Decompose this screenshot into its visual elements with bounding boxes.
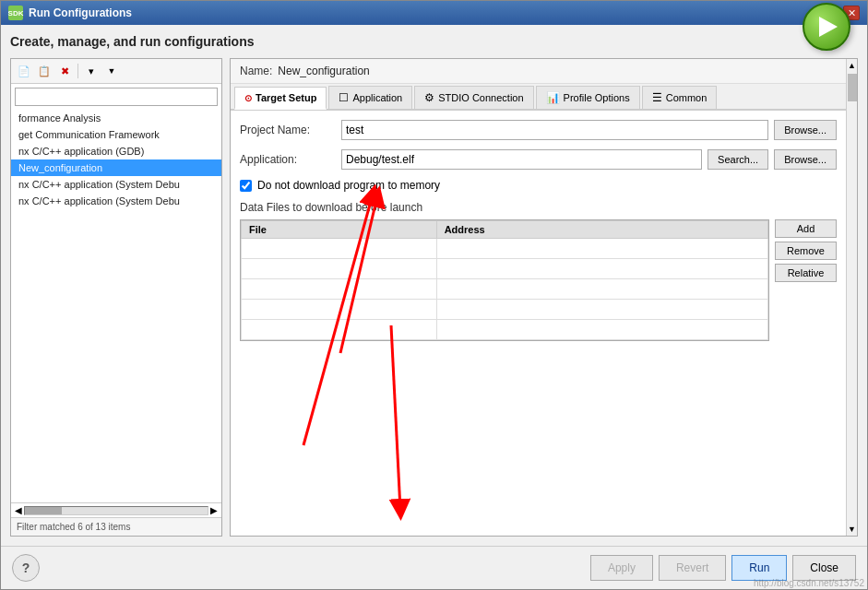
project-name-input[interactable] — [341, 120, 768, 140]
tab-common-label: Common — [666, 92, 707, 103]
run-triangle-icon — [819, 17, 838, 37]
tab-target-setup-label: Target Setup — [256, 92, 316, 103]
application-row: Application: Search... Browse... — [240, 149, 837, 170]
duplicate-btn[interactable]: 📋 — [35, 62, 54, 80]
scroll-right-btn[interactable]: ▶ — [210, 505, 218, 515]
file-col-header: File — [242, 221, 437, 239]
watermark: http://blog.csdn.net/s13752 — [750, 576, 868, 590]
download-checkbox-label: Do not download program to memory — [257, 179, 440, 192]
right-panel-inner: Name: New_configuration ⊙ Target Setup ☐ — [230, 58, 858, 537]
name-value: New_configuration — [278, 65, 369, 77]
common-icon: ☰ — [652, 91, 662, 104]
revert-btn[interactable]: Revert — [659, 555, 726, 581]
list-item-selected[interactable]: New_configuration — [11, 159, 221, 176]
download-checkbox[interactable] — [240, 180, 252, 192]
left-panel: 📄 📋 ✖ ▾ ▼ formance Analysis get Communic… — [10, 58, 222, 537]
sdk-icon: SDK — [8, 6, 23, 20]
run-button-area — [803, 3, 850, 51]
run-circle-btn[interactable] — [803, 3, 850, 51]
table-row — [242, 320, 768, 340]
tabs-row: ⊙ Target Setup ☐ Application ⚙ STDIO Con… — [231, 84, 846, 111]
address-col-header: Address — [436, 221, 767, 239]
scroll-down-btn[interactable]: ▼ — [846, 523, 858, 536]
config-list: formance Analysis get Communication Fram… — [11, 110, 221, 502]
list-item[interactable]: nx C/C++ application (GDB) — [11, 143, 221, 159]
new-config-btn[interactable]: 📄 — [15, 62, 33, 80]
target-setup-icon: ⊙ — [244, 93, 252, 103]
list-item[interactable]: nx C/C++ application (System Debu — [11, 193, 221, 209]
search-box — [15, 88, 218, 106]
table-row — [242, 279, 768, 300]
toolbar-sep — [77, 64, 78, 78]
bottom-bar: ? Apply Revert Run Close http://blog.csd… — [1, 546, 867, 589]
delete-btn[interactable]: ✖ — [55, 62, 74, 80]
scrollbar-track[interactable] — [24, 506, 208, 515]
scrollbar-thumb — [25, 507, 62, 514]
left-toolbar: 📄 📋 ✖ ▾ ▼ — [11, 59, 221, 84]
right-panel-wrapper: Name: New_configuration ⊙ Target Setup ☐ — [230, 58, 858, 537]
h-scrollbar[interactable]: ◀ ▶ — [11, 502, 221, 517]
application-label: Application: — [240, 153, 341, 166]
data-files-title: Data Files to download before launch — [240, 201, 837, 214]
profile-icon: 📊 — [546, 91, 560, 104]
application-input[interactable] — [341, 149, 702, 170]
window-title: Run Configurations — [29, 6, 843, 19]
search-btn[interactable]: Search... — [707, 149, 768, 170]
application-browse-btn[interactable]: Browse... — [774, 149, 837, 170]
add-btn[interactable]: Add — [775, 219, 837, 238]
remove-btn[interactable]: Remove — [775, 242, 837, 260]
scroll-left-btn[interactable]: ◀ — [15, 505, 22, 515]
relative-btn[interactable]: Relative — [775, 264, 837, 282]
filter-btn[interactable]: ▼ — [102, 62, 121, 80]
run-configurations-window: SDK Run Configurations ✕ Create, manage,… — [0, 0, 868, 590]
page-title: Create, manage, and run configurations — [10, 34, 858, 49]
project-name-row: Project Name: Browse... — [240, 120, 837, 140]
list-item[interactable]: get Communication Framework — [11, 126, 221, 143]
help-btn[interactable]: ? — [12, 554, 40, 582]
tab-common[interactable]: ☰ Common — [642, 86, 718, 109]
tab-stdio-label: STDIO Connection — [438, 92, 523, 103]
data-files-table: File Address — [241, 220, 768, 340]
tab-profile-options[interactable]: 📊 Profile Options — [536, 86, 640, 109]
name-label: Name: — [240, 65, 272, 77]
project-browse-btn[interactable]: Browse... — [774, 120, 837, 140]
download-checkbox-row: Do not download program to memory — [240, 179, 837, 192]
list-item[interactable]: formance Analysis — [11, 110, 221, 126]
v-scrollbar-thumb — [848, 74, 857, 101]
right-scrollbar[interactable]: ▲ ▼ — [846, 59, 857, 536]
application-icon: ☐ — [339, 91, 349, 104]
title-bar: SDK Run Configurations ✕ — [1, 1, 867, 25]
table-row — [242, 239, 768, 259]
tab-application-label: Application — [352, 92, 402, 103]
data-files-table-container: File Address — [240, 219, 769, 341]
data-files-section: File Address — [240, 219, 837, 341]
tab-stdio-connection[interactable]: ⚙ STDIO Connection — [414, 86, 533, 109]
search-input[interactable] — [15, 88, 218, 106]
window-body: Create, manage, and run configurations 📄… — [1, 25, 867, 546]
list-item[interactable]: nx C/C++ application (System Debu — [11, 176, 221, 193]
help-icon: ? — [22, 560, 30, 575]
apply-btn[interactable]: Apply — [590, 555, 653, 581]
project-name-label: Project Name: — [240, 124, 341, 136]
right-main: Name: New_configuration ⊙ Target Setup ☐ — [231, 59, 846, 536]
filter-status: Filter matched 6 of 13 items — [11, 517, 221, 536]
stdio-icon: ⚙ — [424, 91, 434, 104]
main-content: 📄 📋 ✖ ▾ ▼ formance Analysis get Communic… — [10, 58, 858, 537]
tab-target-setup[interactable]: ⊙ Target Setup — [234, 87, 327, 110]
tab-application[interactable]: ☐ Application — [328, 86, 412, 109]
tab-content: Project Name: Browse... Application: Sea… — [231, 111, 846, 536]
name-row: Name: New_configuration — [231, 59, 846, 84]
collapse-btn[interactable]: ▾ — [82, 62, 101, 80]
table-row — [242, 259, 768, 279]
tab-profile-label: Profile Options — [564, 92, 630, 103]
table-action-buttons: Add Remove Relative — [775, 219, 837, 341]
table-row — [242, 300, 768, 320]
scroll-up-btn[interactable]: ▲ — [846, 59, 858, 72]
